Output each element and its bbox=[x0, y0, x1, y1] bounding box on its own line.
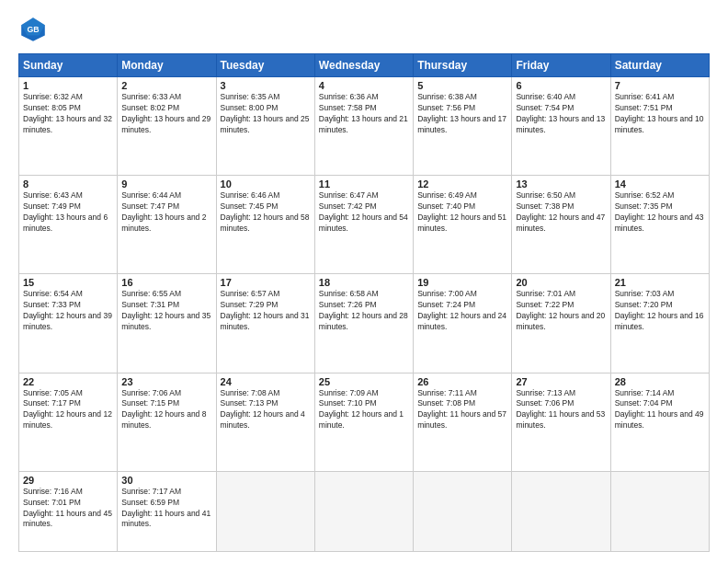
day-detail: Sunrise: 6:43 AMSunset: 7:49 PMDaylight:… bbox=[23, 190, 113, 235]
day-cell: 1Sunrise: 6:32 AMSunset: 8:05 PMDaylight… bbox=[19, 77, 118, 176]
day-cell: 11Sunrise: 6:47 AMSunset: 7:42 PMDayligh… bbox=[314, 176, 413, 274]
day-cell: 19Sunrise: 7:00 AMSunset: 7:24 PMDayligh… bbox=[414, 274, 512, 373]
day-cell: 23Sunrise: 7:06 AMSunset: 7:15 PMDayligh… bbox=[118, 373, 216, 471]
day-number: 9 bbox=[121, 178, 211, 190]
day-detail: Sunrise: 6:52 AMSunset: 7:35 PMDaylight:… bbox=[615, 190, 705, 235]
day-number: 6 bbox=[516, 80, 606, 91]
day-number: 26 bbox=[417, 376, 507, 387]
svg-text:GB: GB bbox=[27, 25, 39, 34]
day-number: 14 bbox=[615, 178, 705, 190]
day-cell: 29Sunrise: 7:16 AMSunset: 7:01 PMDayligh… bbox=[19, 471, 118, 551]
day-cell: 7Sunrise: 6:41 AMSunset: 7:51 PMDaylight… bbox=[610, 77, 709, 176]
day-number: 30 bbox=[121, 475, 211, 486]
day-cell: 2Sunrise: 6:33 AMSunset: 8:02 PMDaylight… bbox=[118, 77, 216, 176]
day-cell: 16Sunrise: 6:55 AMSunset: 7:31 PMDayligh… bbox=[118, 274, 216, 373]
col-header-monday: Monday bbox=[118, 54, 216, 77]
calendar-body: 1Sunrise: 6:32 AMSunset: 8:05 PMDaylight… bbox=[19, 77, 710, 552]
day-cell bbox=[610, 471, 709, 551]
calendar-header: SundayMondayTuesdayWednesdayThursdayFrid… bbox=[19, 54, 710, 77]
day-detail: Sunrise: 6:41 AMSunset: 7:51 PMDaylight:… bbox=[615, 92, 705, 136]
day-number: 17 bbox=[221, 277, 311, 288]
day-detail: Sunrise: 7:00 AMSunset: 7:24 PMDaylight:… bbox=[417, 289, 507, 333]
day-cell bbox=[414, 471, 512, 551]
day-detail: Sunrise: 6:55 AMSunset: 7:31 PMDaylight:… bbox=[121, 289, 211, 333]
day-cell bbox=[314, 471, 413, 551]
day-number: 3 bbox=[221, 80, 311, 91]
page: GB SundayMondayTuesdayWednesdayThursdayF… bbox=[0, 0, 728, 563]
day-detail: Sunrise: 6:44 AMSunset: 7:47 PMDaylight:… bbox=[121, 190, 211, 235]
week-row-2: 8Sunrise: 6:43 AMSunset: 7:49 PMDaylight… bbox=[19, 176, 710, 274]
calendar-table: SundayMondayTuesdayWednesdayThursdayFrid… bbox=[18, 53, 710, 552]
day-cell: 21Sunrise: 7:03 AMSunset: 7:20 PMDayligh… bbox=[610, 274, 709, 373]
day-cell: 30Sunrise: 7:17 AMSunset: 6:59 PMDayligh… bbox=[118, 471, 216, 551]
day-detail: Sunrise: 6:50 AMSunset: 7:38 PMDaylight:… bbox=[516, 190, 606, 235]
day-detail: Sunrise: 7:05 AMSunset: 7:17 PMDaylight:… bbox=[23, 388, 113, 432]
logo: GB bbox=[18, 15, 51, 44]
header-row: SundayMondayTuesdayWednesdayThursdayFrid… bbox=[19, 54, 710, 77]
day-cell: 24Sunrise: 7:08 AMSunset: 7:13 PMDayligh… bbox=[216, 373, 314, 471]
col-header-friday: Friday bbox=[512, 54, 610, 77]
day-detail: Sunrise: 6:36 AMSunset: 7:58 PMDaylight:… bbox=[319, 92, 409, 136]
day-cell: 13Sunrise: 6:50 AMSunset: 7:38 PMDayligh… bbox=[512, 176, 610, 274]
day-detail: Sunrise: 6:46 AMSunset: 7:45 PMDaylight:… bbox=[221, 190, 311, 235]
day-detail: Sunrise: 6:47 AMSunset: 7:42 PMDaylight:… bbox=[319, 190, 409, 235]
day-detail: Sunrise: 6:33 AMSunset: 8:02 PMDaylight:… bbox=[121, 92, 211, 136]
day-detail: Sunrise: 6:49 AMSunset: 7:40 PMDaylight:… bbox=[417, 190, 507, 235]
week-row-4: 22Sunrise: 7:05 AMSunset: 7:17 PMDayligh… bbox=[19, 373, 710, 471]
day-cell: 9Sunrise: 6:44 AMSunset: 7:47 PMDaylight… bbox=[118, 176, 216, 274]
day-number: 12 bbox=[417, 178, 507, 190]
day-cell: 27Sunrise: 7:13 AMSunset: 7:06 PMDayligh… bbox=[512, 373, 610, 471]
day-cell: 3Sunrise: 6:35 AMSunset: 8:00 PMDaylight… bbox=[216, 77, 314, 176]
day-number: 18 bbox=[319, 277, 409, 288]
col-header-saturday: Saturday bbox=[610, 54, 709, 77]
day-number: 19 bbox=[417, 277, 507, 288]
day-detail: Sunrise: 7:03 AMSunset: 7:20 PMDaylight:… bbox=[615, 289, 705, 333]
day-cell: 4Sunrise: 6:36 AMSunset: 7:58 PMDaylight… bbox=[314, 77, 413, 176]
col-header-wednesday: Wednesday bbox=[314, 54, 413, 77]
day-number: 22 bbox=[23, 376, 113, 387]
day-number: 8 bbox=[23, 178, 113, 190]
day-detail: Sunrise: 7:06 AMSunset: 7:15 PMDaylight:… bbox=[121, 388, 211, 432]
day-number: 20 bbox=[516, 277, 606, 288]
day-detail: Sunrise: 7:08 AMSunset: 7:13 PMDaylight:… bbox=[221, 388, 311, 432]
header: GB bbox=[18, 15, 710, 44]
day-number: 7 bbox=[615, 80, 705, 91]
col-header-tuesday: Tuesday bbox=[216, 54, 314, 77]
day-number: 4 bbox=[319, 80, 409, 91]
day-detail: Sunrise: 6:32 AMSunset: 8:05 PMDaylight:… bbox=[23, 92, 113, 136]
day-cell: 28Sunrise: 7:14 AMSunset: 7:04 PMDayligh… bbox=[610, 373, 709, 471]
day-cell: 22Sunrise: 7:05 AMSunset: 7:17 PMDayligh… bbox=[19, 373, 118, 471]
day-number: 2 bbox=[121, 80, 211, 91]
day-number: 15 bbox=[23, 277, 113, 288]
day-number: 21 bbox=[615, 277, 705, 288]
day-number: 28 bbox=[615, 376, 705, 387]
day-cell bbox=[512, 471, 610, 551]
day-number: 29 bbox=[23, 475, 113, 486]
day-number: 11 bbox=[319, 178, 409, 190]
day-detail: Sunrise: 6:38 AMSunset: 7:56 PMDaylight:… bbox=[417, 92, 507, 136]
day-cell: 18Sunrise: 6:58 AMSunset: 7:26 PMDayligh… bbox=[314, 274, 413, 373]
day-detail: Sunrise: 6:40 AMSunset: 7:54 PMDaylight:… bbox=[516, 92, 606, 136]
week-row-3: 15Sunrise: 6:54 AMSunset: 7:33 PMDayligh… bbox=[19, 274, 710, 373]
day-cell: 6Sunrise: 6:40 AMSunset: 7:54 PMDaylight… bbox=[512, 77, 610, 176]
day-detail: Sunrise: 7:13 AMSunset: 7:06 PMDaylight:… bbox=[516, 388, 606, 432]
day-cell bbox=[216, 471, 314, 551]
day-detail: Sunrise: 6:57 AMSunset: 7:29 PMDaylight:… bbox=[221, 289, 311, 333]
day-number: 16 bbox=[121, 277, 211, 288]
day-number: 1 bbox=[23, 80, 113, 91]
day-detail: Sunrise: 7:17 AMSunset: 6:59 PMDaylight:… bbox=[121, 487, 211, 531]
day-number: 5 bbox=[417, 80, 507, 91]
day-cell: 8Sunrise: 6:43 AMSunset: 7:49 PMDaylight… bbox=[19, 176, 118, 274]
day-detail: Sunrise: 7:11 AMSunset: 7:08 PMDaylight:… bbox=[417, 388, 507, 432]
day-cell: 15Sunrise: 6:54 AMSunset: 7:33 PMDayligh… bbox=[19, 274, 118, 373]
day-number: 27 bbox=[516, 376, 606, 387]
day-number: 23 bbox=[121, 376, 211, 387]
week-row-1: 1Sunrise: 6:32 AMSunset: 8:05 PMDaylight… bbox=[19, 77, 710, 176]
day-cell: 25Sunrise: 7:09 AMSunset: 7:10 PMDayligh… bbox=[314, 373, 413, 471]
day-number: 13 bbox=[516, 178, 606, 190]
day-detail: Sunrise: 6:58 AMSunset: 7:26 PMDaylight:… bbox=[319, 289, 409, 333]
day-cell: 5Sunrise: 6:38 AMSunset: 7:56 PMDaylight… bbox=[414, 77, 512, 176]
day-cell: 20Sunrise: 7:01 AMSunset: 7:22 PMDayligh… bbox=[512, 274, 610, 373]
col-header-sunday: Sunday bbox=[19, 54, 118, 77]
day-cell: 26Sunrise: 7:11 AMSunset: 7:08 PMDayligh… bbox=[414, 373, 512, 471]
